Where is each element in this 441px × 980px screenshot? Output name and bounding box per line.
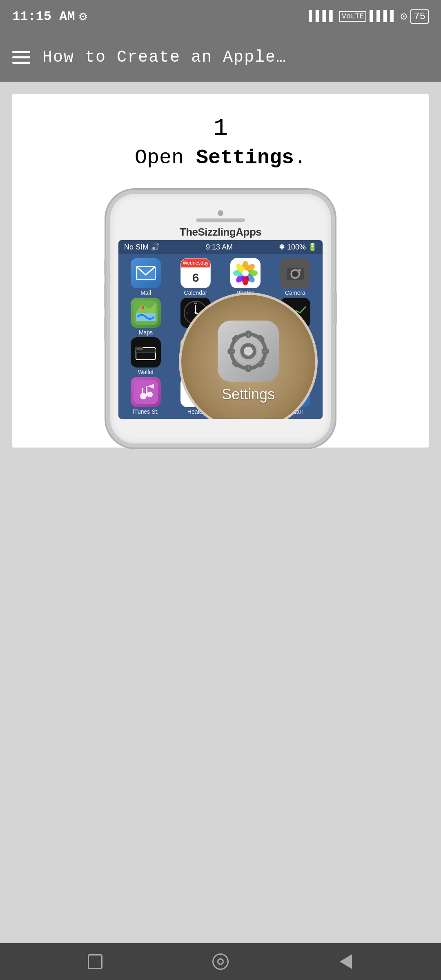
svg-rect-50 [146,386,147,396]
phone-status-bar: No SIM 🔊 9:13 AM ✱ 100% 🔋 [118,240,323,254]
photos-icon [230,258,261,288]
itunes-icon [131,377,161,407]
status-bar: 11:15 AM ⚙ ▌▌▌▌ VoLTE ▌▌▌▌ ⊙ 75 [0,0,441,33]
svg-text:12: 12 [194,301,197,304]
time-text: 11:15 AM [12,9,75,24]
app-icon-camera[interactable]: Camera [271,258,319,296]
step-number: 1 [29,114,412,142]
instruction-bold: Settings [196,146,294,169]
phone-screen: No SIM 🔊 9:13 AM ✱ 100% 🔋 Mail [118,240,323,419]
phone-speaker [196,218,245,222]
volte-icon: VoLTE [339,11,366,22]
app-bar: How to Create an Apple… [0,33,441,82]
signal-icon: ▌▌▌▌ [309,10,336,23]
phone-camera-dot [218,210,223,216]
app-icon-wallet[interactable]: Wallet [122,337,170,375]
circle-inner [217,958,224,965]
instruction-prefix: Open [135,146,196,169]
status-time: 11:15 AM ⚙ [12,8,87,24]
svg-rect-18 [142,306,144,309]
triangle-icon [340,954,352,969]
calendar-icon: Wednesday 6 [180,258,211,288]
nav-home-button[interactable] [210,951,231,972]
step-instruction: Open Settings. [29,146,412,169]
svg-point-23 [195,312,197,314]
calendar-label: Calendar [184,290,207,296]
battery-level: 75 [414,11,425,22]
maps-icon [131,298,161,328]
menu-button[interactable] [12,51,30,64]
settings-circle-label: Settings [222,386,275,403]
bottom-nav [0,943,441,980]
phone-mockup-container: TheSizzlingApps No SIM 🔊 9:13 AM ✱ 100% … [29,190,412,448]
phone-side-button-mute [104,259,107,276]
mail-label: Mail [140,290,151,296]
step-card: 1 Open Settings. TheSizzlingApps [12,94,429,448]
wallet-icon [131,337,161,368]
svg-point-61 [244,347,253,356]
svg-rect-15 [298,269,301,272]
app-icon-mail[interactable]: Mail [122,258,170,296]
phone-status-time: 9:13 AM [206,243,233,252]
phone-side-button-vol-up [104,284,107,308]
phone-mockup: TheSizzlingApps No SIM 🔊 9:13 AM ✱ 100% … [106,190,335,448]
phone-side-button-power [334,292,337,325]
camera-label: Camera [285,290,305,296]
app-title: How to Create an Apple… [42,48,287,67]
mail-icon [131,258,161,288]
circle-icon [212,953,229,970]
camera-icon [280,258,310,288]
main-content: 1 Open Settings. TheSizzlingApps [0,82,441,943]
svg-point-10 [242,270,249,276]
battery-indicator: 75 [410,9,429,24]
app-icon-photos[interactable]: Photos [221,258,270,296]
svg-rect-36 [137,348,143,350]
app-icon-maps[interactable]: Maps [122,298,170,336]
nav-recent-button[interactable] [85,951,105,972]
svg-text:9: 9 [186,312,187,314]
maps-label: Maps [139,329,153,336]
square-icon [88,954,102,969]
nav-back-button[interactable] [336,951,356,972]
settings-icon-large [218,321,279,382]
svg-point-14 [293,272,298,276]
app-icon-itunes[interactable]: iTunes St. [122,377,170,415]
status-icons: ▌▌▌▌ VoLTE ▌▌▌▌ ⊙ 75 [309,9,429,24]
phone-side-button-vol-down [104,316,107,341]
svg-rect-51 [142,388,143,397]
phone-status-right: ✱ 100% 🔋 [279,243,317,252]
svg-point-49 [147,392,153,397]
settings-gear-icon: ⚙ [79,8,87,24]
phone-top [118,210,323,222]
phone-status-left: No SIM 🔊 [124,243,160,252]
wallet-label: Wallet [138,369,154,375]
itunes-label: iTunes St. [133,408,159,415]
signal2-icon: ▌▌▌▌ [370,10,397,23]
wifi-icon: ⊙ [400,9,407,23]
app-icon-calendar[interactable]: Wednesday 6 Calendar [172,258,220,296]
watermark: TheSizzlingApps [118,226,323,238]
instruction-suffix: . [294,146,306,169]
